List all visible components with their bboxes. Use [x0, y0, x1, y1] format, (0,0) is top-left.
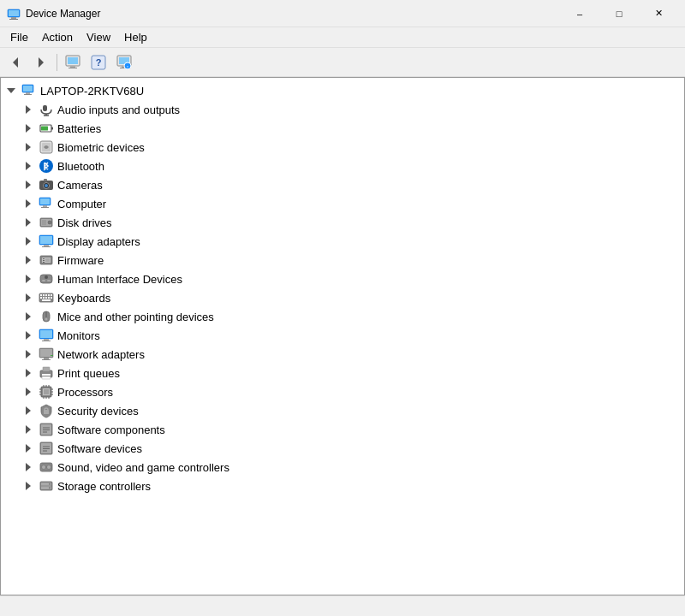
sound-expand[interactable]	[21, 460, 35, 474]
category-print[interactable]: Print queues	[1, 364, 684, 382]
title-bar: Device Manager – □ ✕	[0, 0, 685, 27]
svg-rect-3	[9, 19, 18, 20]
maximize-button[interactable]: □	[599, 0, 639, 27]
list-item[interactable]: Biometric devices	[1, 138, 684, 157]
list-item[interactable]: Firmware	[1, 251, 684, 270]
category-software-components[interactable]: Software components	[1, 420, 684, 439]
svg-rect-75	[40, 330, 52, 338]
category-network[interactable]: Network adapters	[1, 345, 684, 364]
svg-marker-4	[13, 57, 18, 68]
category-batteries[interactable]: Batteries	[1, 119, 684, 138]
software-components-expand[interactable]	[21, 423, 35, 436]
svg-point-121	[49, 483, 51, 485]
properties-button[interactable]	[61, 51, 85, 74]
minimize-button[interactable]: –	[560, 0, 599, 27]
category-hid[interactable]: Human Interface Devices	[1, 270, 684, 288]
list-item[interactable]: Computer	[1, 194, 684, 213]
svg-rect-34	[44, 179, 47, 181]
list-item[interactable]: Cameras	[1, 175, 684, 194]
update-button[interactable]: ↑	[112, 51, 136, 74]
svg-point-122	[49, 487, 51, 489]
computer-label: Computer	[57, 198, 106, 210]
display-expand[interactable]	[21, 234, 35, 248]
back-button[interactable]	[3, 51, 27, 74]
batteries-expand[interactable]	[21, 121, 35, 135]
category-biometric[interactable]: Biometric devices	[1, 138, 684, 157]
hid-expand[interactable]	[21, 272, 35, 286]
list-item[interactable]: Display adapters	[1, 232, 684, 251]
list-item[interactable]: Sound, video and game controllers	[1, 458, 684, 477]
category-storage[interactable]: Storage controllers	[1, 477, 684, 495]
root-row[interactable]: LAPTOP-2RKTV68U	[1, 81, 684, 100]
keyboards-expand[interactable]	[21, 291, 35, 305]
processors-expand[interactable]	[21, 385, 35, 399]
category-display[interactable]: Display adapters	[1, 232, 684, 251]
help-properties-button[interactable]: ?	[86, 51, 110, 74]
list-item[interactable]: Mice and other pointing devices	[1, 307, 684, 326]
list-item[interactable]: Print queues	[1, 364, 684, 382]
menu-file[interactable]: File	[3, 29, 35, 45]
category-processors[interactable]: Processors	[1, 382, 684, 401]
category-computer[interactable]: Computer	[1, 194, 684, 213]
monitors-expand[interactable]	[21, 329, 35, 342]
tree-root-item[interactable]: LAPTOP-2RKTV68U	[1, 81, 684, 495]
list-item[interactable]: Processors	[1, 382, 684, 401]
bluetooth-expand[interactable]	[21, 159, 35, 173]
list-item[interactable]: Keyboards	[1, 288, 684, 307]
menu-action[interactable]: Action	[35, 29, 80, 45]
list-item[interactable]: Software components	[1, 420, 684, 439]
device-tree[interactable]: LAPTOP-2RKTV68U	[1, 78, 684, 595]
category-firmware[interactable]: Firmware	[1, 251, 684, 270]
menu-help[interactable]: Help	[117, 29, 154, 45]
category-security[interactable]: Security devices	[1, 401, 684, 420]
svg-text:↑: ↑	[126, 63, 129, 69]
biometric-expand[interactable]	[21, 140, 35, 154]
category-mice[interactable]: Mice and other pointing devices	[1, 307, 684, 326]
svg-rect-63	[48, 294, 50, 296]
category-audio[interactable]: Audio inputs and outputs	[1, 100, 684, 119]
list-item[interactable]: Security devices	[1, 401, 684, 420]
network-label: Network adapters	[57, 348, 145, 361]
forward-button[interactable]	[29, 51, 53, 74]
svg-point-116	[47, 465, 51, 470]
category-software-devices[interactable]: Software devices	[1, 439, 684, 458]
category-bluetooth[interactable]: Bluetooth	[1, 157, 684, 175]
list-item[interactable]: Software devices	[1, 439, 684, 458]
firmware-expand[interactable]	[21, 253, 35, 267]
list-item[interactable]: Bluetooth	[1, 157, 684, 175]
storage-expand[interactable]	[21, 479, 35, 493]
list-item[interactable]: Human Interface Devices	[1, 270, 684, 288]
list-item[interactable]: Storage controllers	[1, 477, 684, 495]
svg-rect-89	[44, 389, 49, 394]
list-item[interactable]: Network adapters	[1, 345, 684, 364]
computer-expand[interactable]	[21, 197, 35, 210]
list-item[interactable]: Monitors	[1, 326, 684, 345]
svg-rect-84	[43, 367, 50, 371]
category-disk[interactable]: Disk drives	[1, 213, 684, 232]
list-item[interactable]: Disk drives	[1, 213, 684, 232]
menu-view[interactable]: View	[80, 29, 117, 45]
list-item[interactable]: Batteries	[1, 119, 684, 138]
network-icon	[39, 346, 54, 362]
category-cameras[interactable]: Cameras	[1, 175, 684, 194]
print-label: Print queues	[57, 367, 120, 380]
close-button[interactable]: ✕	[639, 0, 678, 27]
audio-expand[interactable]	[21, 103, 35, 116]
svg-rect-54	[45, 258, 50, 262]
svg-rect-22	[43, 105, 47, 111]
mice-expand[interactable]	[21, 310, 35, 323]
print-expand[interactable]	[21, 366, 35, 380]
software-devices-expand[interactable]	[21, 441, 35, 455]
category-monitors[interactable]: Monitors	[1, 326, 684, 345]
network-expand[interactable]	[21, 347, 35, 361]
svg-rect-69	[51, 297, 52, 299]
disk-expand[interactable]	[21, 216, 35, 229]
root-expand[interactable]	[4, 84, 18, 98]
category-keyboards[interactable]: Keyboards	[1, 288, 684, 307]
svg-rect-47	[44, 245, 49, 246]
svg-rect-19	[23, 86, 33, 92]
security-expand[interactable]	[21, 404, 35, 418]
category-sound[interactable]: Sound, video and game controllers	[1, 458, 684, 477]
cameras-expand[interactable]	[21, 178, 35, 192]
list-item[interactable]: Audio inputs and outputs	[1, 100, 684, 119]
